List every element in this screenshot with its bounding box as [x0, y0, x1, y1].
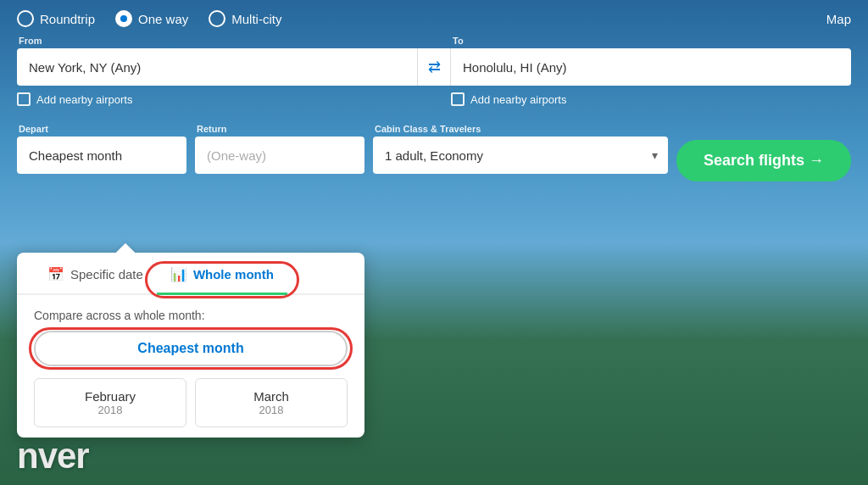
- nearby-to-label[interactable]: Add nearby airports: [451, 92, 851, 106]
- nearby-from-checkbox: [17, 92, 31, 106]
- return-input[interactable]: [195, 137, 364, 174]
- nearby-row: Add nearby airports Add nearby airports: [17, 92, 851, 106]
- date-dropdown: 📅 Specific date 📊 Whole month Compare ac…: [17, 253, 364, 438]
- from-label: From: [17, 36, 417, 46]
- cabin-select-wrapper: 1 adult, Economy ▾: [373, 137, 668, 174]
- depart-group: Depart: [17, 124, 186, 174]
- depart-input[interactable]: [17, 137, 186, 174]
- swap-button[interactable]: ⇄: [417, 48, 451, 86]
- whole-month-tab[interactable]: 📊 Whole month: [157, 266, 287, 295]
- nearby-from-label[interactable]: Add nearby airports: [17, 92, 417, 106]
- multicity-label: Multi-city: [231, 12, 281, 26]
- nearby-to-checkbox: [451, 92, 465, 106]
- to-group: To: [451, 36, 851, 86]
- cheapest-month-button[interactable]: Cheapest month: [34, 331, 348, 366]
- search-flights-button[interactable]: Search flights →: [676, 140, 851, 181]
- roundtrip-label: Roundtrip: [40, 12, 95, 26]
- to-input[interactable]: [451, 48, 851, 86]
- roundtrip-option[interactable]: Roundtrip: [17, 10, 95, 27]
- calendar-icon: 📅: [47, 266, 64, 282]
- main-content: Roundtrip One way Multi-city Map From ⇄ …: [0, 0, 868, 181]
- from-group: From: [17, 36, 417, 86]
- to-label: To: [451, 36, 851, 46]
- map-link[interactable]: Map: [826, 12, 851, 26]
- top-row: Roundtrip One way Multi-city Map: [17, 10, 851, 27]
- multicity-radio: [209, 10, 225, 27]
- oneway-option[interactable]: One way: [115, 10, 188, 27]
- multicity-option[interactable]: Multi-city: [209, 10, 281, 27]
- march-year: 2018: [204, 404, 338, 416]
- return-label: Return: [195, 124, 364, 134]
- february-year: 2018: [43, 404, 177, 416]
- nearby-from-text: Add nearby airports: [36, 93, 132, 106]
- nearby-to-group: Add nearby airports: [451, 92, 851, 106]
- cabin-group: Cabin Class & Travelers 1 adult, Economy…: [373, 124, 668, 174]
- february-name: February: [43, 389, 177, 404]
- trip-type-options: Roundtrip One way Multi-city: [17, 10, 281, 27]
- cabin-label: Cabin Class & Travelers: [373, 124, 668, 134]
- bar-chart-icon: 📊: [170, 266, 187, 282]
- whole-month-tab-wrapper: 📊 Whole month: [157, 266, 287, 293]
- from-to-row: From ⇄ To: [17, 36, 851, 86]
- march-name: March: [204, 389, 338, 404]
- specific-date-label: Specific date: [70, 267, 143, 282]
- compare-text: Compare across a whole month:: [17, 309, 364, 331]
- nearby-to-text: Add nearby airports: [470, 93, 566, 106]
- nearby-from-group: Add nearby airports: [17, 92, 417, 106]
- february-card[interactable]: February 2018: [34, 378, 186, 427]
- oneway-label: One way: [138, 12, 188, 26]
- from-input[interactable]: [17, 48, 417, 86]
- oneway-radio: [115, 10, 132, 27]
- return-group: Return: [195, 124, 364, 174]
- cabin-select[interactable]: 1 adult, Economy: [373, 137, 668, 174]
- search-row: Depart Return Cabin Class & Travelers 1 …: [17, 116, 851, 181]
- specific-date-tab[interactable]: 📅 Specific date: [34, 266, 157, 295]
- months-grid: February 2018 March 2018: [17, 378, 364, 427]
- cheapest-month-button-label: Cheapest month: [137, 341, 243, 355]
- swap-icon: ⇄: [428, 58, 441, 76]
- date-tab-row: 📅 Specific date 📊 Whole month: [17, 253, 364, 295]
- march-card[interactable]: March 2018: [195, 378, 348, 427]
- depart-label: Depart: [17, 124, 186, 134]
- whole-month-label: Whole month: [193, 267, 274, 282]
- roundtrip-radio: [17, 10, 34, 27]
